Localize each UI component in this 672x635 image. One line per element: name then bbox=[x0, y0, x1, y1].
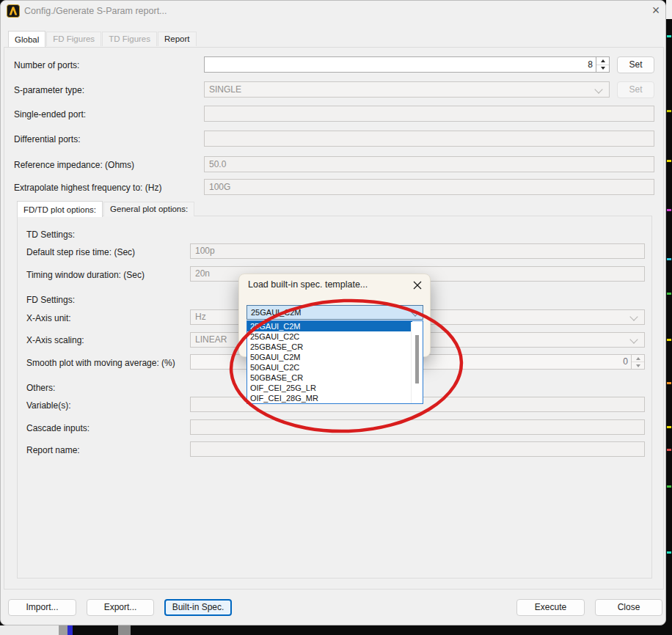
main-tab-bar: Global FD Figures TD Figures Report bbox=[8, 31, 197, 46]
screen: Config./Generate S-Param report... × Glo… bbox=[0, 0, 672, 635]
single-ended-port-input bbox=[204, 106, 654, 122]
smooth-plot-label: Smooth plot with moving average: (%) bbox=[26, 358, 175, 368]
s-parameter-type-label: S-parameter type: bbox=[14, 85, 84, 95]
single-ended-port-value bbox=[205, 106, 654, 111]
fd-settings-heading: FD Settings: bbox=[26, 295, 75, 305]
spec-template-combobox-value: 25GAUI_C2M bbox=[251, 308, 301, 317]
extrapolate-frequency-input: 100G bbox=[204, 179, 654, 195]
background-app-sliver bbox=[667, 449, 671, 451]
app-logo-icon bbox=[7, 4, 20, 18]
spec-template-dropdown-list: 25GAUI_C2M 25GAUI_C2C 25GBASE_CR 50GAUI_… bbox=[246, 320, 423, 404]
smooth-plot-value: 0 bbox=[623, 356, 628, 367]
dialog-load-builtin-spec-template: Load built-in spec. template... 25GAUI_C… bbox=[238, 274, 431, 357]
background-app-sliver bbox=[666, 0, 672, 19]
export-button[interactable]: Export... bbox=[87, 599, 154, 616]
td-settings-heading: TD Settings: bbox=[26, 230, 75, 240]
tab-global[interactable]: Global bbox=[8, 31, 45, 47]
background-app-sliver bbox=[118, 625, 131, 635]
single-ended-port-label: Single-ended port: bbox=[14, 109, 86, 120]
background-app-sliver bbox=[667, 160, 671, 162]
list-item[interactable]: 25GBASE_CR bbox=[247, 342, 412, 352]
tab-fd-figures: FD Figures bbox=[46, 32, 101, 46]
differential-ports-value bbox=[205, 131, 654, 136]
list-scrollbar[interactable] bbox=[411, 322, 422, 403]
report-name-value bbox=[191, 442, 644, 447]
number-of-ports-label: Number of ports: bbox=[14, 60, 79, 70]
background-app-sliver bbox=[667, 339, 671, 341]
background-app-sliver bbox=[667, 382, 671, 384]
number-of-ports-spinbox[interactable]: 8 bbox=[204, 56, 610, 73]
default-step-rise-time-input: 100p bbox=[190, 243, 645, 259]
window-title: Config./Generate S-Param report... bbox=[24, 6, 167, 16]
set-type-button: Set bbox=[617, 81, 654, 98]
reference-impedance-value: 50.0 bbox=[205, 157, 654, 172]
default-step-rise-time-value: 100p bbox=[191, 244, 644, 258]
spin-down-icon bbox=[636, 364, 640, 367]
background-app-sliver bbox=[667, 35, 671, 37]
tab-general-plot-options[interactable]: General plot options: bbox=[103, 202, 194, 216]
builtin-spec-button[interactable]: Built-in Spec. bbox=[164, 599, 232, 616]
background-app-sliver bbox=[667, 209, 671, 211]
list-item[interactable]: OIF_CEI_28G_MR bbox=[247, 393, 412, 403]
spec-template-combobox[interactable]: 25GAUI_C2M bbox=[246, 305, 423, 320]
scrollbar-thumb[interactable] bbox=[415, 335, 419, 383]
background-app-sliver bbox=[0, 625, 59, 635]
background-app-sliver bbox=[667, 426, 671, 428]
report-name-input bbox=[190, 441, 645, 457]
list-item[interactable]: 25GAUI_C2C bbox=[247, 331, 412, 342]
background-app-sliver bbox=[667, 551, 671, 554]
reference-impedance-label: Reference impedance: (Ohms) bbox=[14, 160, 134, 170]
extrapolate-frequency-value: 100G bbox=[205, 180, 654, 194]
cascade-inputs-input bbox=[190, 419, 645, 435]
set-ports-button[interactable]: Set bbox=[617, 56, 654, 73]
differential-ports-label: Differential ports: bbox=[14, 134, 81, 144]
extrapolate-frequency-label: Extrapolate highest frequency to: (Hz) bbox=[14, 183, 161, 193]
x-axis-scaling-label: X-Axis scaling: bbox=[26, 335, 84, 345]
spin-down-icon[interactable] bbox=[601, 67, 605, 70]
list-item[interactable]: 50GBASE_CR bbox=[247, 372, 412, 383]
chevron-down-icon bbox=[411, 308, 419, 316]
report-name-label: Report name: bbox=[26, 445, 80, 455]
number-of-ports-value: 8 bbox=[588, 59, 593, 70]
list-item[interactable]: 50GAUI_C2M bbox=[247, 352, 412, 362]
differential-ports-input bbox=[204, 131, 654, 147]
s-parameter-type-value: SINGLE bbox=[205, 82, 609, 97]
tab-fdtd-plot-options[interactable]: FD/TD plot options: bbox=[17, 201, 103, 217]
spin-up-icon[interactable] bbox=[601, 59, 605, 62]
others-heading: Others: bbox=[26, 383, 55, 393]
number-of-ports-spinner[interactable] bbox=[596, 57, 609, 72]
x-axis-unit-label: X-Axis unit: bbox=[26, 313, 71, 323]
background-app-sliver bbox=[67, 625, 73, 635]
s-parameter-type-dropdown: SINGLE bbox=[204, 81, 610, 98]
close-button[interactable]: Close bbox=[595, 599, 662, 616]
background-app-sliver bbox=[667, 258, 671, 260]
background-app-sliver bbox=[667, 110, 671, 112]
cascade-inputs-value bbox=[191, 420, 644, 425]
spin-up-icon bbox=[636, 357, 640, 360]
background-app-sliver bbox=[59, 625, 67, 635]
reference-impedance-input: 50.0 bbox=[204, 156, 654, 172]
popup-title: Load built-in spec. template... bbox=[248, 279, 368, 290]
default-step-rise-time-label: Default step rise time: (Sec) bbox=[26, 247, 135, 257]
tab-report[interactable]: Report bbox=[158, 32, 197, 46]
popup-close-icon[interactable] bbox=[411, 279, 424, 292]
list-item[interactable]: 25GAUI_C2M bbox=[247, 321, 412, 331]
close-icon[interactable]: × bbox=[646, 2, 665, 20]
variables-label: Variable(s): bbox=[26, 400, 70, 411]
plot-options-tab-bar: FD/TD plot options: General plot options… bbox=[17, 201, 195, 216]
background-app-sliver bbox=[667, 485, 671, 488]
cascade-inputs-label: Cascade inputs: bbox=[26, 423, 90, 433]
list-item[interactable]: 50GAUI_C2C bbox=[247, 362, 412, 372]
smooth-plot-spinner bbox=[631, 355, 644, 369]
tab-td-figures: TD Figures bbox=[102, 32, 157, 46]
import-button[interactable]: Import... bbox=[8, 599, 76, 616]
timing-window-duration-label: Timing window duration: (Sec) bbox=[26, 270, 145, 280]
execute-button[interactable]: Execute bbox=[516, 599, 585, 616]
background-app-sliver bbox=[667, 293, 671, 295]
list-item[interactable]: OIF_CEI_25G_LR bbox=[247, 383, 412, 393]
